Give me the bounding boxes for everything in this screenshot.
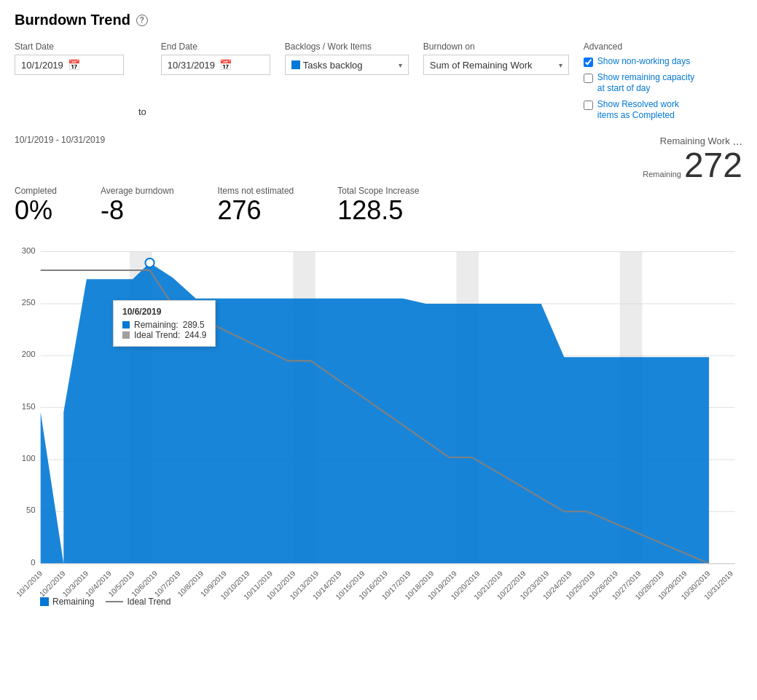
svg-point-20: [169, 301, 176, 308]
legend-ideal: Ideal Trend: [106, 597, 170, 607]
stats-row: Completed 0% Average burndown -8 Items n…: [15, 186, 742, 225]
svg-text:0: 0: [31, 557, 35, 566]
svg-text:100: 100: [22, 454, 36, 463]
completed-value: 0%: [15, 196, 57, 225]
svg-text:200: 200: [22, 350, 36, 358]
backlogs-label: Backlogs / Work Items: [285, 42, 409, 52]
svg-text:300: 300: [22, 245, 36, 254]
filters-row: Start Date 10/1/2019 📅 to End Date 10/31…: [15, 42, 742, 122]
backlogs-dropdown[interactable]: Tasks backlog ▾: [285, 55, 409, 75]
burndown-label: Burndown on: [423, 42, 569, 52]
remaining-value: 272: [684, 148, 742, 183]
checkbox-nonworking-label[interactable]: Show non-working days: [597, 56, 690, 68]
legend-ideal-label: Ideal Trend: [127, 597, 170, 607]
calendar-icon-start: 📅: [68, 59, 80, 71]
backlogs-chevron: ▾: [399, 61, 402, 69]
checkbox-row-1: Show non-working days: [584, 56, 699, 68]
burndown-chevron: ▾: [559, 61, 562, 69]
stat-total-scope: Total Scope Increase 128.5: [337, 186, 419, 225]
remaining-work-block: Remaining Work ... Remaining 272: [643, 135, 742, 183]
end-date-label: End Date: [161, 42, 270, 52]
svg-marker-18: [41, 262, 709, 563]
checkbox-resolved-label[interactable]: Show Resolved work items as Completed: [597, 99, 699, 122]
burndown-group: Burndown on Sum of Remaining Work ▾: [423, 42, 569, 75]
end-date-group: End Date 10/31/2019 📅: [161, 42, 270, 75]
start-date-label: Start Date: [15, 42, 124, 52]
backlogs-group: Backlogs / Work Items Tasks backlog ▾: [285, 42, 409, 75]
to-label: to: [138, 106, 146, 117]
stat-avg-burndown: Average burndown -8: [101, 186, 174, 225]
legend-remaining: Remaining: [40, 597, 94, 607]
completed-label: Completed: [15, 186, 57, 196]
tasks-icon: [291, 60, 300, 69]
stat-items-not-estimated: Items not estimated 276: [218, 186, 294, 225]
help-icon[interactable]: ?: [136, 15, 148, 26]
burndown-dropdown[interactable]: Sum of Remaining Work ▾: [423, 55, 569, 75]
svg-point-19: [145, 258, 154, 267]
start-date-value: 10/1/2019: [21, 60, 63, 71]
start-date-input[interactable]: 10/1/2019 📅: [15, 55, 124, 75]
avg-burndown-label: Average burndown: [101, 186, 174, 196]
end-date-value: 10/31/2019: [168, 60, 215, 71]
checkbox-row-3: Show Resolved work items as Completed: [584, 99, 699, 122]
svg-text:150: 150: [22, 401, 36, 410]
svg-text:50: 50: [26, 506, 35, 514]
total-scope-value: 128.5: [337, 196, 419, 225]
items-not-estimated-label: Items not estimated: [218, 186, 294, 196]
calendar-icon-end: 📅: [219, 59, 232, 71]
stat-completed: Completed 0%: [15, 186, 57, 225]
legend-remaining-icon: [40, 597, 49, 606]
stats-left: Completed 0% Average burndown -8 Items n…: [15, 186, 419, 225]
end-date-input[interactable]: 10/31/2019 📅: [161, 55, 270, 75]
backlogs-value: Tasks backlog: [303, 60, 363, 71]
checkbox-remaining-capacity[interactable]: [584, 74, 593, 83]
chart-date-range: 10/1/2019 - 10/31/2019: [15, 135, 105, 145]
items-not-estimated-value: 276: [218, 196, 294, 225]
advanced-label: Advanced: [584, 42, 699, 52]
avg-burndown-value: -8: [101, 196, 174, 225]
legend-remaining-label: Remaining: [52, 597, 94, 607]
checkbox-resolved[interactable]: [584, 101, 593, 110]
legend-ideal-icon: [106, 601, 123, 602]
page-title: Burndown Trend: [15, 12, 130, 28]
burndown-value: Sum of Remaining Work: [430, 60, 533, 71]
advanced-options: Show non-working days Show remaining cap…: [584, 56, 699, 122]
start-date-group: Start Date 10/1/2019 📅: [15, 42, 124, 75]
svg-text:250: 250: [22, 297, 36, 306]
checkbox-row-2: Show remaining capacity at start of day: [584, 72, 699, 95]
chart-container: 10/6/2019 Remaining: 289.5 Ideal Trend: …: [15, 231, 742, 607]
checkbox-remaining-capacity-label[interactable]: Show remaining capacity at start of day: [597, 72, 699, 95]
page-title-row: Burndown Trend ?: [15, 12, 742, 28]
total-scope-label: Total Scope Increase: [337, 186, 419, 196]
remaining-sub: Remaining: [643, 170, 681, 178]
advanced-group: Advanced Show non-working days Show rema…: [584, 42, 699, 122]
checkbox-nonworking[interactable]: [584, 58, 593, 67]
burndown-chart: 300 250 200 150 100 50 0: [15, 231, 742, 587]
